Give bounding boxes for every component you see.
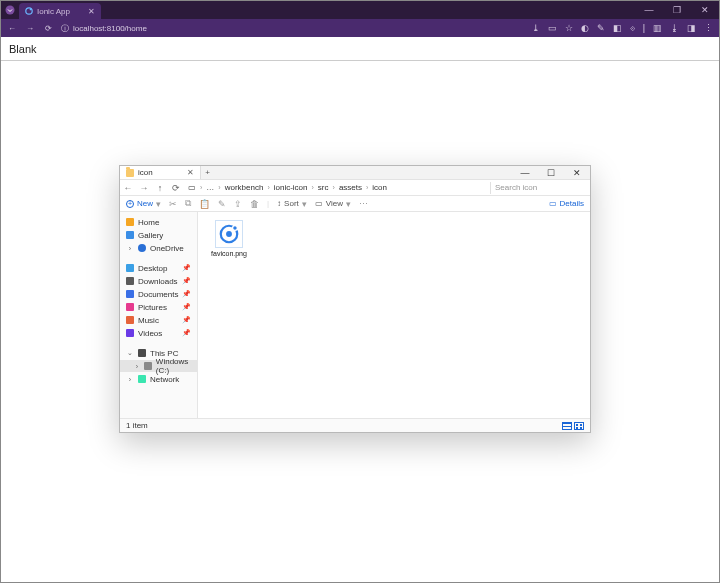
more-icon[interactable]: ⋯: [359, 199, 368, 209]
collections-icon[interactable]: ▥: [653, 23, 662, 33]
details-button[interactable]: ▭ Details: [549, 199, 584, 208]
download-icon: [126, 277, 134, 285]
explorer-minimize-button[interactable]: —: [512, 168, 538, 178]
sidebar-item-pictures[interactable]: Pictures📌: [120, 301, 197, 313]
window-close-button[interactable]: ✕: [691, 5, 719, 15]
sidebar-item-label: OneDrive: [150, 244, 184, 253]
site-info-icon[interactable]: ⓘ: [61, 23, 69, 34]
pin-icon: 📌: [182, 316, 191, 324]
sidebar-item-label: Downloads: [138, 277, 178, 286]
nav-back-icon[interactable]: ←: [7, 24, 17, 33]
file-pane[interactable]: favicon.png: [198, 212, 590, 418]
breadcrumb-item[interactable]: workbench: [225, 183, 264, 192]
breadcrumb-item[interactable]: src: [318, 183, 329, 192]
divider: |: [643, 23, 645, 33]
sidebar-item-onedrive[interactable]: ›OneDrive: [120, 242, 197, 254]
cloud-icon: [138, 244, 146, 252]
address-bar[interactable]: ⓘ localhost:8100/home: [61, 23, 524, 34]
browser-window-controls: — ❐ ✕: [635, 1, 719, 19]
breadcrumb-item[interactable]: …: [206, 183, 214, 192]
explorer-tab-close-icon[interactable]: ✕: [187, 168, 194, 177]
explorer-address-row: ← → ↑ ⟳ ▭ › … › workbench › ionic-icon ›…: [120, 180, 590, 196]
breadcrumb-pc-icon: ▭: [188, 183, 196, 192]
sidebar-item-network[interactable]: ›Network: [120, 373, 197, 385]
file-name: favicon.png: [211, 250, 247, 257]
explorer-tab-title: icon: [138, 168, 153, 177]
chevron-right-icon: ›: [218, 184, 220, 191]
explorer-new-tab-button[interactable]: +: [201, 168, 215, 177]
edit-icon[interactable]: ✎: [597, 23, 605, 33]
videos-icon: [126, 329, 134, 337]
share-icon[interactable]: ⇪: [234, 199, 242, 209]
svg-point-4: [226, 231, 232, 237]
sidebar-item-documents[interactable]: Documents📌: [120, 288, 197, 300]
chevron-down-icon[interactable]: ⌄: [126, 349, 134, 357]
explorer-up-icon[interactable]: ↑: [152, 183, 168, 193]
new-button[interactable]: + New ▾: [126, 199, 161, 209]
explorer-forward-icon[interactable]: →: [136, 183, 152, 193]
explorer-window-controls: — ☐ ✕: [512, 168, 590, 178]
nav-reload-icon[interactable]: ⟳: [43, 24, 53, 33]
tab-close-icon[interactable]: ✕: [88, 7, 95, 16]
download-icon[interactable]: ⭳: [670, 23, 679, 33]
sidebar-item-desktop[interactable]: Desktop📌: [120, 262, 197, 274]
reader-icon[interactable]: ▭: [548, 23, 557, 33]
url-text: localhost:8100/home: [73, 24, 147, 33]
explorer-sidebar: Home Gallery ›OneDrive Desktop📌 Download…: [120, 212, 198, 418]
pin-icon: 📌: [182, 303, 191, 311]
extension-icon-1[interactable]: ◧: [613, 23, 622, 33]
details-icon: ▭: [549, 199, 557, 208]
eyedropper-icon[interactable]: ◐: [581, 23, 589, 33]
sort-button[interactable]: ↕ Sort ▾: [277, 199, 307, 209]
documents-icon: [126, 290, 134, 298]
copy-icon[interactable]: ⧉: [185, 198, 191, 209]
breadcrumb-item[interactable]: assets: [339, 183, 362, 192]
chevron-right-icon[interactable]: ›: [134, 363, 140, 370]
pc-icon: [138, 349, 146, 357]
sidebar-item-music[interactable]: Music📌: [120, 314, 197, 326]
explorer-tab[interactable]: icon ✕: [120, 166, 201, 179]
extension-icon-2[interactable]: ⟐: [630, 23, 635, 33]
chevron-down-icon: ▾: [346, 199, 351, 209]
view-button[interactable]: ▭ View ▾: [315, 199, 351, 209]
sidebar-item-videos[interactable]: Videos📌: [120, 327, 197, 339]
pin-icon: 📌: [182, 290, 191, 298]
nav-forward-icon[interactable]: →: [25, 24, 35, 33]
explorer-maximize-button[interactable]: ☐: [538, 168, 564, 178]
breadcrumb-item[interactable]: icon: [372, 183, 387, 192]
explorer-back-icon[interactable]: ←: [120, 183, 136, 193]
chevron-right-icon[interactable]: ›: [126, 376, 134, 383]
bookmark-icon[interactable]: ☆: [565, 23, 573, 33]
breadcrumb-item[interactable]: ionic-icon: [274, 183, 308, 192]
view-list-button[interactable]: [562, 422, 572, 430]
sidebar-item-drive-c[interactable]: ›Windows (C:): [120, 360, 197, 372]
browser-tab[interactable]: Ionic App ✕: [19, 3, 101, 19]
explorer-refresh-icon[interactable]: ⟳: [168, 183, 184, 193]
more-icon[interactable]: ⋮: [704, 23, 713, 33]
home-icon: [126, 218, 134, 226]
network-icon: [138, 375, 146, 383]
toolbar-divider: |: [267, 199, 269, 208]
sidebar-item-home[interactable]: Home: [120, 216, 197, 228]
sidebar-item-downloads[interactable]: Downloads📌: [120, 275, 197, 287]
sidebar-item-gallery[interactable]: Gallery: [120, 229, 197, 241]
delete-icon[interactable]: 🗑: [250, 199, 259, 209]
breadcrumb[interactable]: ▭ › … › workbench › ionic-icon › src › a…: [184, 183, 490, 192]
cut-icon[interactable]: ✂: [169, 199, 177, 209]
folder-icon: [126, 169, 134, 177]
browser-menu-button[interactable]: [1, 1, 19, 19]
sidebar-item-label: Documents: [138, 290, 178, 299]
window-minimize-button[interactable]: —: [635, 5, 663, 15]
sidebar-item-label: Music: [138, 316, 159, 325]
file-explorer-window: icon ✕ + — ☐ ✕ ← → ↑ ⟳ ▭ › … › workbench…: [119, 165, 591, 433]
tab-favicon: [25, 7, 33, 15]
paste-icon[interactable]: 📋: [199, 199, 210, 209]
explorer-close-button[interactable]: ✕: [564, 168, 590, 178]
install-app-icon[interactable]: ⤓: [532, 23, 540, 33]
view-grid-button[interactable]: [574, 422, 584, 430]
window-maximize-button[interactable]: ❐: [663, 5, 691, 15]
file-item[interactable]: favicon.png: [206, 220, 252, 257]
explorer-search-input[interactable]: Search icon: [490, 182, 590, 194]
rename-icon[interactable]: ✎: [218, 199, 226, 209]
sidepanel-icon[interactable]: ◨: [687, 23, 696, 33]
